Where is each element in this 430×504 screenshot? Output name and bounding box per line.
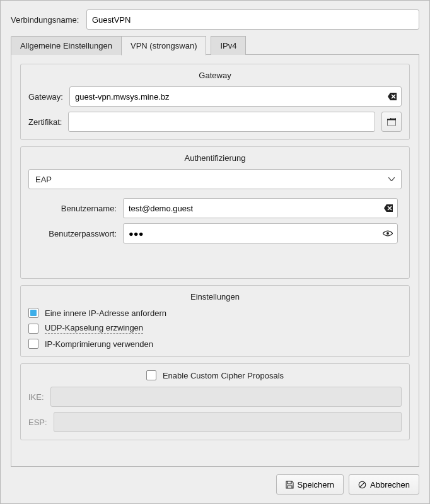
auth-title: Authentifizierung	[28, 153, 402, 163]
gateway-group: Gateway Gateway: Zertifikat:	[20, 64, 410, 140]
esp-label: ESP:	[28, 418, 54, 427]
tab-gap	[206, 36, 211, 55]
tab-bar: Allgemeine Einstellungen VPN (strongswan…	[11, 36, 419, 55]
settings-group: Einstellungen Eine innere IP-Adresse anf…	[20, 285, 410, 357]
save-button-label: Speichern	[298, 480, 335, 489]
checkbox-label: Eine innere IP-Adresse anfordern	[45, 308, 166, 318]
clear-icon[interactable]	[384, 204, 393, 212]
certificate-row: Zertifikat:	[28, 112, 402, 132]
username-label: Benutzername:	[41, 204, 123, 213]
checkbox-icon	[28, 308, 38, 318]
esp-input	[54, 412, 402, 432]
cipher-group: Enable Custom Cipher Proposals IKE: ESP:	[20, 363, 410, 440]
gateway-label: Gateway:	[28, 92, 69, 102]
connection-name-row: Verbindungsname:	[11, 9, 419, 30]
checkbox-enable-cipher[interactable]: Enable Custom Cipher Proposals	[28, 370, 402, 380]
password-row: Benutzerpasswort:	[41, 223, 398, 243]
checkbox-icon	[28, 339, 38, 349]
cipher-enable-label: Enable Custom Cipher Proposals	[163, 371, 284, 380]
chevron-down-icon	[388, 177, 395, 181]
checkbox-icon	[28, 324, 38, 334]
svg-point-0	[386, 232, 389, 235]
password-label: Benutzerpasswort:	[41, 229, 123, 238]
gateway-input[interactable]	[69, 86, 402, 107]
auth-method-value: EAP	[35, 175, 52, 184]
tab-general-label: Allgemeine Einstellungen	[20, 41, 112, 50]
button-bar: Speichern Abbrechen	[11, 474, 419, 495]
username-input-wrap	[123, 198, 398, 218]
checkbox-force-udp-encap[interactable]: UDP-Kapselung erzwingen	[28, 323, 402, 334]
browse-certificate-button[interactable]	[381, 112, 402, 132]
username-row: Benutzername:	[41, 198, 398, 218]
tab-body: Gateway Gateway: Zertifikat:	[11, 54, 419, 467]
folder-icon	[387, 118, 396, 126]
gateway-input-wrap	[69, 86, 402, 107]
tab-vpn-label: VPN (strongswan)	[131, 41, 197, 50]
tab-ipv4[interactable]: IPv4	[211, 36, 246, 55]
cancel-button-label: Abbrechen	[370, 480, 410, 489]
gateway-row: Gateway:	[28, 86, 402, 107]
gateway-title: Gateway	[28, 71, 402, 80]
eye-icon[interactable]	[383, 230, 393, 237]
auth-group: Authentifizierung EAP Benutzername:	[20, 146, 410, 279]
connection-name-input[interactable]	[86, 9, 419, 30]
checkbox-label: IP-Komprimierung verwenden	[45, 339, 153, 349]
tab-vpn[interactable]: VPN (strongswan)	[121, 36, 206, 56]
checkbox-label: UDP-Kapselung erzwingen	[45, 323, 143, 334]
ike-input	[50, 387, 402, 407]
certificate-input[interactable]	[68, 112, 375, 132]
checkbox-use-ip-compression[interactable]: IP-Komprimierung verwenden	[28, 339, 402, 349]
esp-row: ESP:	[28, 412, 402, 432]
username-input[interactable]	[123, 198, 398, 218]
password-input[interactable]	[123, 223, 398, 243]
cancel-button[interactable]: Abbrechen	[349, 474, 419, 495]
svg-line-2	[360, 483, 364, 487]
checkbox-request-inner-ip[interactable]: Eine innere IP-Adresse anfordern	[28, 308, 402, 318]
vpn-config-window: Verbindungsname: Allgemeine Einstellunge…	[0, 0, 430, 504]
cancel-icon	[358, 481, 366, 489]
tab-ipv4-label: IPv4	[220, 41, 236, 50]
password-input-wrap	[123, 223, 398, 243]
tab-general[interactable]: Allgemeine Einstellungen	[11, 36, 122, 55]
connection-name-label: Verbindungsname:	[11, 15, 86, 25]
auth-method-select[interactable]: EAP	[28, 169, 402, 189]
ike-label: IKE:	[28, 392, 50, 402]
ike-row: IKE:	[28, 387, 402, 407]
clear-icon[interactable]	[388, 93, 397, 100]
save-icon	[286, 481, 294, 489]
settings-title: Einstellungen	[28, 292, 402, 302]
save-button[interactable]: Speichern	[276, 474, 344, 495]
certificate-label: Zertifikat:	[28, 117, 68, 127]
checkbox-icon	[146, 370, 156, 380]
